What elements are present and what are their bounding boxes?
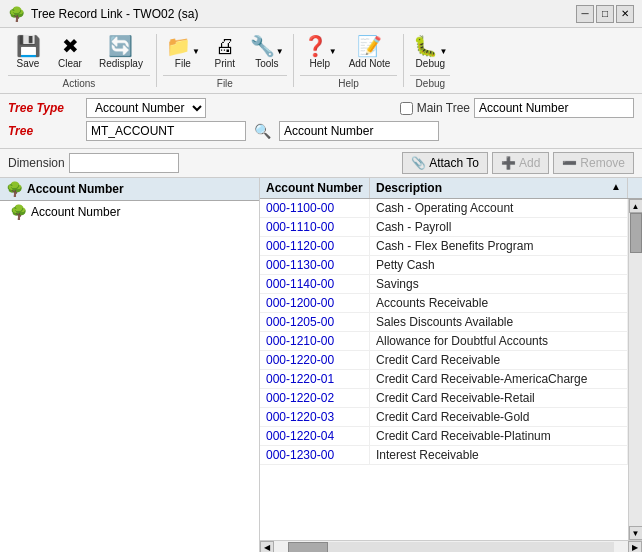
tree-header-icon: 🌳	[6, 181, 23, 197]
tree-item[interactable]: 🌳 Account Number	[0, 201, 259, 223]
dimension-input[interactable]	[69, 153, 179, 173]
table-row[interactable]: 000-1100-00Cash - Operating Account	[260, 199, 628, 218]
grid-panel: Account Number Description ▲ 000-1100-00…	[260, 178, 642, 552]
print-button[interactable]: 🖨 Print	[205, 32, 245, 73]
dimension-label: Dimension	[8, 156, 65, 170]
cell-description: Accounts Receivable	[370, 294, 628, 312]
tree-item-icon: 🌳	[10, 204, 27, 220]
remove-button[interactable]: ➖ Remove	[553, 152, 634, 174]
cell-description: Petty Cash	[370, 256, 628, 274]
file-arrow: ▼	[192, 47, 200, 56]
close-button[interactable]: ✕	[616, 5, 634, 23]
print-label: Print	[215, 58, 236, 69]
tree-type-select[interactable]: Account Number	[86, 98, 206, 118]
scroll-up-arrow[interactable]: ▲	[629, 199, 643, 213]
remove-icon: ➖	[562, 156, 577, 170]
cell-description: Savings	[370, 275, 628, 293]
file-button[interactable]: 📁 ▼ File	[163, 32, 203, 73]
attach-to-button[interactable]: 📎 Attach To	[402, 152, 488, 174]
save-button[interactable]: 💾 Save	[8, 32, 48, 73]
tree-input[interactable]	[86, 121, 246, 141]
table-row[interactable]: 000-1110-00Cash - Payroll	[260, 218, 628, 237]
file-group: 📁 ▼ File 🖨 Print 🔧 ▼ Tools File	[163, 32, 287, 89]
tree-account-input[interactable]	[279, 121, 439, 141]
add-button[interactable]: ➕ Add	[492, 152, 549, 174]
action-row: Dimension 📎 Attach To ➕ Add ➖ Remove	[0, 149, 642, 178]
scroll-track[interactable]	[629, 213, 643, 526]
cell-account: 000-1120-00	[260, 237, 370, 255]
debug-icon: 🐛	[413, 36, 438, 56]
title-bar-left: 🌳 Tree Record Link - TWO02 (sa)	[8, 6, 198, 22]
tools-icon: 🔧	[250, 36, 275, 56]
main-tree-checkbox[interactable]	[400, 102, 413, 115]
debug-label: Debug	[416, 58, 445, 69]
save-icon: 💾	[16, 36, 41, 56]
table-row[interactable]: 000-1120-00Cash - Flex Benefits Program	[260, 237, 628, 256]
debug-button[interactable]: 🐛 ▼ Debug	[410, 32, 450, 73]
table-row[interactable]: 000-1210-00Allowance for Doubtful Accoun…	[260, 332, 628, 351]
attach-label: Attach To	[429, 156, 479, 170]
clear-icon: ✖	[62, 36, 79, 56]
help-button[interactable]: ❓ ▼ Help	[300, 32, 340, 73]
title-bar: 🌳 Tree Record Link - TWO02 (sa) ─ □ ✕	[0, 0, 642, 28]
cell-description: Credit Card Receivable-Gold	[370, 408, 628, 426]
actions-group-label: Actions	[8, 75, 150, 89]
table-row[interactable]: 000-1220-00Credit Card Receivable	[260, 351, 628, 370]
help-icon: ❓	[303, 36, 328, 56]
file-icon: 📁	[166, 36, 191, 56]
main-tree-input[interactable]	[474, 98, 634, 118]
add-icon: ➕	[501, 156, 516, 170]
col-header-description: Description ▲	[370, 178, 628, 198]
scroll-thumb[interactable]	[630, 213, 642, 253]
tools-label: Tools	[255, 58, 278, 69]
cell-account: 000-1200-00	[260, 294, 370, 312]
table-row[interactable]: 000-1230-00Interest Receivable	[260, 446, 628, 465]
scroll-left-arrow[interactable]: ◀	[260, 541, 274, 553]
tree-type-label: Tree Type	[8, 101, 78, 115]
tree-type-row: Tree Type Account Number Main Tree	[8, 98, 634, 118]
table-row[interactable]: 000-1220-02Credit Card Receivable-Retail	[260, 389, 628, 408]
addnote-icon: 📝	[357, 36, 382, 56]
table-row[interactable]: 000-1220-01Credit Card Receivable-Americ…	[260, 370, 628, 389]
maximize-button[interactable]: □	[596, 5, 614, 23]
h-scroll-track[interactable]	[288, 542, 614, 553]
addnote-button[interactable]: 📝 Add Note	[342, 32, 398, 73]
cell-account: 000-1205-00	[260, 313, 370, 331]
clear-button[interactable]: ✖ Clear	[50, 32, 90, 73]
app-icon: 🌳	[8, 6, 25, 22]
tree-label: Tree	[8, 124, 78, 138]
table-row[interactable]: 000-1140-00Savings	[260, 275, 628, 294]
help-group-label: Help	[300, 75, 398, 89]
redisplay-button[interactable]: 🔄 Redisplay	[92, 32, 150, 73]
minimize-button[interactable]: ─	[576, 5, 594, 23]
h-scroll-thumb[interactable]	[288, 542, 328, 553]
addnote-label: Add Note	[349, 58, 391, 69]
scroll-right-arrow[interactable]: ▶	[628, 541, 642, 553]
tree-item-label: Account Number	[31, 205, 120, 219]
table-row[interactable]: 000-1220-03Credit Card Receivable-Gold	[260, 408, 628, 427]
tree-row: Tree 🔍	[8, 121, 634, 141]
remove-label: Remove	[580, 156, 625, 170]
tools-button[interactable]: 🔧 ▼ Tools	[247, 32, 287, 73]
table-row[interactable]: 000-1200-00Accounts Receivable	[260, 294, 628, 313]
cell-description: Credit Card Receivable-Retail	[370, 389, 628, 407]
file-label: File	[175, 58, 191, 69]
search-icon[interactable]: 🔍	[254, 123, 271, 139]
save-label: Save	[17, 58, 40, 69]
table-row[interactable]: 000-1130-00Petty Cash	[260, 256, 628, 275]
scroll-down-arrow[interactable]: ▼	[629, 526, 643, 540]
grid-scroll[interactable]: 000-1100-00Cash - Operating Account000-1…	[260, 199, 628, 540]
horizontal-scrollbar[interactable]: ◀ ▶	[260, 540, 642, 552]
table-row[interactable]: 000-1205-00Sales Discounts Available	[260, 313, 628, 332]
toolbar: 💾 Save ✖ Clear 🔄 Redisplay Actions 📁 ▼ F…	[0, 28, 642, 94]
col-header-account: Account Number	[260, 178, 370, 198]
sep2	[293, 34, 294, 87]
cell-description: Interest Receivable	[370, 446, 628, 464]
file-group-label: File	[163, 75, 287, 89]
tree-panel-title: Account Number	[27, 182, 124, 196]
cell-account: 000-1110-00	[260, 218, 370, 236]
main-tree-section: Main Tree	[400, 98, 634, 118]
table-row[interactable]: 000-1220-04Credit Card Receivable-Platin…	[260, 427, 628, 446]
cell-account: 000-1140-00	[260, 275, 370, 293]
vertical-scrollbar[interactable]: ▲ ▼	[628, 199, 642, 540]
